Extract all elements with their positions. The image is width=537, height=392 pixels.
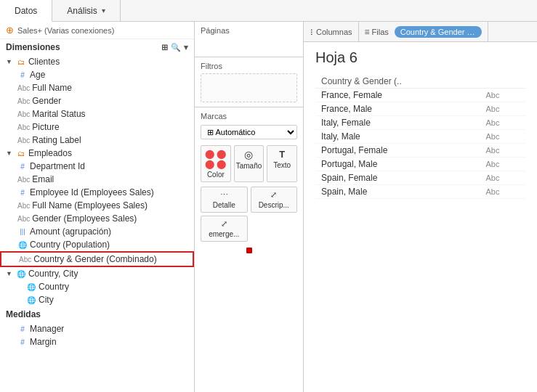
item-age[interactable]: # Age: [0, 68, 194, 81]
paginas-drop-area[interactable]: [201, 38, 297, 52]
columnas-label: ⫶ Columnas: [310, 27, 352, 37]
marcas-grid-bottom: ⋯ Detalle ⤢ Descrip... ⤢ emerge...: [201, 187, 297, 242]
country-label: Country: [39, 282, 69, 292]
item-country-gender[interactable]: Abc Country & Gender (Combinado): [0, 251, 194, 267]
tamano-label: Tamaño: [236, 162, 262, 170]
item-marital-status[interactable]: Abc Marital Status: [0, 107, 194, 121]
emerge-icon: ⤢: [221, 219, 227, 229]
gender-type-icon: Abc: [17, 97, 30, 105]
item-manager[interactable]: # Manager: [0, 322, 194, 335]
country-city-chevron: ▼: [6, 270, 12, 277]
table-cell-country-gender: Italy, Female: [315, 116, 480, 130]
fullname-type-icon: Abc: [17, 84, 30, 92]
medidas-label: Medidas: [6, 309, 41, 319]
item-email[interactable]: Abc Email: [0, 173, 194, 186]
grid-view-icon[interactable]: ⊞: [161, 43, 168, 52]
middle-panel: Páginas Filtros Marcas ⊞ Automático ⬤ ⬤⬤…: [195, 22, 304, 392]
datasource-icon: ⊕: [6, 25, 14, 36]
tab-analisis[interactable]: Análisis ▾: [52, 0, 120, 21]
group-clientes: ▼ 🗂 Clientes # Age Abc Full Name Abc Gen…: [0, 55, 194, 147]
item-city[interactable]: 🌐 City: [0, 293, 194, 306]
item-fullname[interactable]: Abc Full Name: [0, 81, 194, 94]
paginas-title: Páginas: [201, 26, 297, 35]
right-header: ⫶ Columnas ≡ Filas Country & Gender (C..…: [304, 22, 537, 42]
item-gender[interactable]: Abc Gender: [0, 94, 194, 107]
dimensiones-label: Dimensiones: [6, 42, 60, 52]
empleados-folder-icon: 🗂: [16, 150, 26, 158]
marcas-title: Marcas: [201, 112, 297, 121]
filas-pill[interactable]: Country & Gender (C...: [395, 26, 482, 38]
marca-emerge-btn[interactable]: ⤢ emerge...: [201, 216, 248, 242]
email-label: Email: [32, 174, 54, 184]
columnas-icon: ⫶: [310, 27, 314, 37]
marcas-grid-top: ⬤ ⬤⬤ ⬤ Color ◎ Tamaño T Texto: [201, 145, 297, 182]
marcas-dropdown[interactable]: ⊞ Automático: [201, 125, 297, 139]
item-country[interactable]: 🌐 Country: [0, 280, 194, 293]
table-cell-country-gender: Spain, Female: [315, 171, 480, 185]
columnas-text: Columnas: [316, 28, 352, 36]
sheet-title: Hoja 6: [315, 49, 525, 66]
clientes-chevron: ▼: [6, 58, 12, 65]
marca-texto-btn[interactable]: T Texto: [267, 145, 297, 182]
age-type-icon: #: [17, 71, 28, 79]
amount-label: Amount (agrupación): [30, 226, 111, 237]
search-icon[interactable]: 🔍: [171, 43, 181, 52]
tab-datos-label: Datos: [15, 6, 37, 16]
texto-icon: T: [279, 149, 285, 160]
item-country-city-group[interactable]: ▼ 🌐 Country, City: [0, 267, 194, 280]
columnas-section: ⫶ Columnas: [304, 22, 359, 41]
table-cell-abc: Abc: [480, 171, 525, 185]
table-row: France, FemaleAbc: [315, 89, 525, 102]
table-cell-country-gender: Spain, Male: [315, 185, 480, 199]
manager-label: Manager: [30, 324, 64, 334]
group-clientes-header[interactable]: ▼ 🗂 Clientes: [0, 55, 194, 68]
group-empleados-header[interactable]: ▼ 🗂 Empleados: [0, 147, 194, 160]
table-col2-header: [480, 75, 525, 89]
fullname-label: Full Name: [32, 83, 72, 93]
amount-type-icon: |||: [17, 228, 28, 235]
table-cell-abc: Abc: [480, 130, 525, 144]
city-label: City: [39, 295, 54, 305]
item-gender-emp[interactable]: Abc Gender (Employees Sales): [0, 212, 194, 225]
item-picture[interactable]: Abc Picture: [0, 121, 194, 134]
gender-emp-type-icon: Abc: [17, 215, 30, 223]
marital-type-icon: Abc: [17, 110, 30, 118]
table-row: Portugal, FemaleAbc: [315, 144, 525, 158]
item-country-pop[interactable]: 🌐 Country (Population): [0, 238, 194, 251]
filtros-drop-area[interactable]: [201, 73, 297, 102]
item-rating-label[interactable]: Abc Rating Label: [0, 134, 194, 147]
tab-datos[interactable]: Datos: [0, 0, 52, 22]
marca-descrip-btn[interactable]: ⤢ Descrip...: [251, 187, 298, 213]
left-panel: ⊕ Sales+ (Varias conexiones) Dimensiones…: [0, 22, 195, 392]
scroll-down-icon[interactable]: ▾: [184, 43, 188, 52]
clientes-label: Clientes: [28, 57, 60, 67]
item-margin[interactable]: # Margin: [0, 335, 194, 348]
deptid-label: Department Id: [30, 161, 85, 171]
table-cell-country-gender: Portugal, Female: [315, 144, 480, 158]
data-source-row: ⊕ Sales+ (Varias conexiones): [0, 22, 194, 39]
marca-tamano-btn[interactable]: ◎ Tamaño: [234, 145, 265, 182]
marca-color-btn[interactable]: ⬤ ⬤⬤ ⬤ Color: [201, 145, 231, 182]
left-scroll-area[interactable]: ▼ 🗂 Clientes # Age Abc Full Name Abc Gen…: [0, 55, 194, 392]
detalle-icon: ⋯: [220, 190, 228, 200]
table-row: Italy, MaleAbc: [315, 130, 525, 144]
tamano-icon: ◎: [244, 149, 253, 160]
empleados-chevron: ▼: [6, 150, 12, 157]
table-cell-abc: Abc: [480, 144, 525, 158]
item-department-id[interactable]: # Department Id: [0, 160, 194, 173]
margin-label: Margin: [30, 337, 57, 347]
filas-text: Filas: [372, 28, 389, 36]
color-label: Color: [207, 171, 225, 179]
picture-label: Picture: [32, 122, 59, 132]
item-employee-id[interactable]: # Employee Id (Employees Sales): [0, 186, 194, 199]
analisis-dropdown-icon[interactable]: ▾: [102, 7, 105, 15]
item-amount-agrup[interactable]: ||| Amount (agrupación): [0, 225, 194, 238]
color-icon: ⬤ ⬤⬤ ⬤: [205, 149, 226, 169]
item-fullname-emp[interactable]: Abc Full Name (Employees Sales): [0, 199, 194, 212]
margin-type-icon: #: [17, 338, 28, 346]
empid-type-icon: #: [17, 189, 28, 197]
table-cell-country-gender: France, Male: [315, 102, 480, 116]
marca-detalle-btn[interactable]: ⋯ Detalle: [201, 187, 248, 213]
data-table: Country & Gender (.. France, FemaleAbcFr…: [315, 75, 525, 199]
red-dot-indicator: [246, 248, 252, 253]
